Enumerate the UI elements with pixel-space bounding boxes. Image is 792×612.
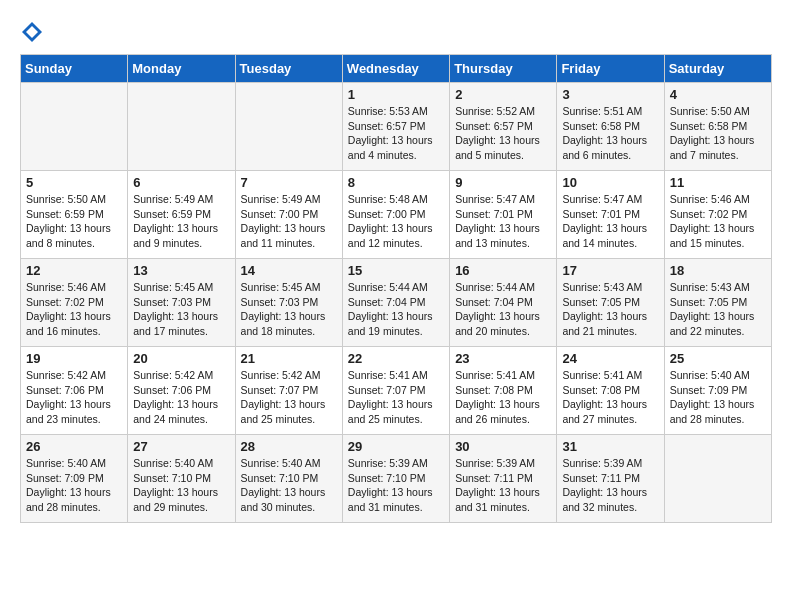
calendar-cell: 31Sunrise: 5:39 AMSunset: 7:11 PMDayligh… [557, 435, 664, 523]
day-number: 12 [26, 263, 122, 278]
day-number: 26 [26, 439, 122, 454]
calendar-week-2: 5Sunrise: 5:50 AMSunset: 6:59 PMDaylight… [21, 171, 772, 259]
calendar-cell: 22Sunrise: 5:41 AMSunset: 7:07 PMDayligh… [342, 347, 449, 435]
cell-sun-info: Sunrise: 5:49 AMSunset: 6:59 PMDaylight:… [133, 192, 229, 251]
cell-sun-info: Sunrise: 5:46 AMSunset: 7:02 PMDaylight:… [26, 280, 122, 339]
day-number: 27 [133, 439, 229, 454]
day-number: 21 [241, 351, 337, 366]
calendar-cell: 28Sunrise: 5:40 AMSunset: 7:10 PMDayligh… [235, 435, 342, 523]
header-sunday: Sunday [21, 55, 128, 83]
calendar-cell: 14Sunrise: 5:45 AMSunset: 7:03 PMDayligh… [235, 259, 342, 347]
calendar-cell: 25Sunrise: 5:40 AMSunset: 7:09 PMDayligh… [664, 347, 771, 435]
day-number: 5 [26, 175, 122, 190]
cell-sun-info: Sunrise: 5:42 AMSunset: 7:06 PMDaylight:… [26, 368, 122, 427]
calendar-cell: 17Sunrise: 5:43 AMSunset: 7:05 PMDayligh… [557, 259, 664, 347]
logo-icon [20, 20, 44, 44]
calendar-cell: 23Sunrise: 5:41 AMSunset: 7:08 PMDayligh… [450, 347, 557, 435]
calendar-cell: 1Sunrise: 5:53 AMSunset: 6:57 PMDaylight… [342, 83, 449, 171]
calendar-cell: 3Sunrise: 5:51 AMSunset: 6:58 PMDaylight… [557, 83, 664, 171]
cell-sun-info: Sunrise: 5:50 AMSunset: 6:59 PMDaylight:… [26, 192, 122, 251]
calendar-cell: 19Sunrise: 5:42 AMSunset: 7:06 PMDayligh… [21, 347, 128, 435]
day-number: 17 [562, 263, 658, 278]
day-number: 24 [562, 351, 658, 366]
calendar-cell: 10Sunrise: 5:47 AMSunset: 7:01 PMDayligh… [557, 171, 664, 259]
cell-sun-info: Sunrise: 5:39 AMSunset: 7:10 PMDaylight:… [348, 456, 444, 515]
calendar-cell: 29Sunrise: 5:39 AMSunset: 7:10 PMDayligh… [342, 435, 449, 523]
cell-sun-info: Sunrise: 5:52 AMSunset: 6:57 PMDaylight:… [455, 104, 551, 163]
day-number: 10 [562, 175, 658, 190]
cell-sun-info: Sunrise: 5:47 AMSunset: 7:01 PMDaylight:… [562, 192, 658, 251]
cell-sun-info: Sunrise: 5:42 AMSunset: 7:06 PMDaylight:… [133, 368, 229, 427]
cell-sun-info: Sunrise: 5:53 AMSunset: 6:57 PMDaylight:… [348, 104, 444, 163]
day-number: 14 [241, 263, 337, 278]
cell-sun-info: Sunrise: 5:39 AMSunset: 7:11 PMDaylight:… [562, 456, 658, 515]
cell-sun-info: Sunrise: 5:45 AMSunset: 7:03 PMDaylight:… [133, 280, 229, 339]
day-number: 1 [348, 87, 444, 102]
cell-sun-info: Sunrise: 5:50 AMSunset: 6:58 PMDaylight:… [670, 104, 766, 163]
calendar-cell: 26Sunrise: 5:40 AMSunset: 7:09 PMDayligh… [21, 435, 128, 523]
cell-sun-info: Sunrise: 5:48 AMSunset: 7:00 PMDaylight:… [348, 192, 444, 251]
day-number: 15 [348, 263, 444, 278]
header-tuesday: Tuesday [235, 55, 342, 83]
cell-sun-info: Sunrise: 5:51 AMSunset: 6:58 PMDaylight:… [562, 104, 658, 163]
cell-sun-info: Sunrise: 5:39 AMSunset: 7:11 PMDaylight:… [455, 456, 551, 515]
calendar-cell [21, 83, 128, 171]
header-friday: Friday [557, 55, 664, 83]
cell-sun-info: Sunrise: 5:47 AMSunset: 7:01 PMDaylight:… [455, 192, 551, 251]
header-wednesday: Wednesday [342, 55, 449, 83]
cell-sun-info: Sunrise: 5:40 AMSunset: 7:10 PMDaylight:… [133, 456, 229, 515]
day-number: 28 [241, 439, 337, 454]
calendar-cell: 27Sunrise: 5:40 AMSunset: 7:10 PMDayligh… [128, 435, 235, 523]
page-header [20, 20, 772, 44]
calendar-cell: 2Sunrise: 5:52 AMSunset: 6:57 PMDaylight… [450, 83, 557, 171]
day-number: 16 [455, 263, 551, 278]
day-number: 18 [670, 263, 766, 278]
calendar-cell [664, 435, 771, 523]
calendar-table: SundayMondayTuesdayWednesdayThursdayFrid… [20, 54, 772, 523]
header-thursday: Thursday [450, 55, 557, 83]
day-number: 4 [670, 87, 766, 102]
calendar-cell: 7Sunrise: 5:49 AMSunset: 7:00 PMDaylight… [235, 171, 342, 259]
calendar-cell: 11Sunrise: 5:46 AMSunset: 7:02 PMDayligh… [664, 171, 771, 259]
header-monday: Monday [128, 55, 235, 83]
calendar-cell: 21Sunrise: 5:42 AMSunset: 7:07 PMDayligh… [235, 347, 342, 435]
calendar-cell: 15Sunrise: 5:44 AMSunset: 7:04 PMDayligh… [342, 259, 449, 347]
cell-sun-info: Sunrise: 5:44 AMSunset: 7:04 PMDaylight:… [455, 280, 551, 339]
logo [20, 20, 48, 44]
cell-sun-info: Sunrise: 5:46 AMSunset: 7:02 PMDaylight:… [670, 192, 766, 251]
calendar-week-1: 1Sunrise: 5:53 AMSunset: 6:57 PMDaylight… [21, 83, 772, 171]
day-number: 6 [133, 175, 229, 190]
calendar-cell: 18Sunrise: 5:43 AMSunset: 7:05 PMDayligh… [664, 259, 771, 347]
day-number: 25 [670, 351, 766, 366]
day-number: 31 [562, 439, 658, 454]
cell-sun-info: Sunrise: 5:41 AMSunset: 7:08 PMDaylight:… [562, 368, 658, 427]
day-number: 30 [455, 439, 551, 454]
day-number: 29 [348, 439, 444, 454]
cell-sun-info: Sunrise: 5:45 AMSunset: 7:03 PMDaylight:… [241, 280, 337, 339]
cell-sun-info: Sunrise: 5:42 AMSunset: 7:07 PMDaylight:… [241, 368, 337, 427]
day-number: 2 [455, 87, 551, 102]
calendar-cell [128, 83, 235, 171]
calendar-cell: 16Sunrise: 5:44 AMSunset: 7:04 PMDayligh… [450, 259, 557, 347]
header-saturday: Saturday [664, 55, 771, 83]
calendar-week-4: 19Sunrise: 5:42 AMSunset: 7:06 PMDayligh… [21, 347, 772, 435]
calendar-cell: 9Sunrise: 5:47 AMSunset: 7:01 PMDaylight… [450, 171, 557, 259]
cell-sun-info: Sunrise: 5:40 AMSunset: 7:09 PMDaylight:… [26, 456, 122, 515]
day-number: 22 [348, 351, 444, 366]
calendar-cell: 4Sunrise: 5:50 AMSunset: 6:58 PMDaylight… [664, 83, 771, 171]
calendar-cell: 8Sunrise: 5:48 AMSunset: 7:00 PMDaylight… [342, 171, 449, 259]
day-number: 7 [241, 175, 337, 190]
day-number: 9 [455, 175, 551, 190]
calendar-cell: 6Sunrise: 5:49 AMSunset: 6:59 PMDaylight… [128, 171, 235, 259]
calendar-cell: 12Sunrise: 5:46 AMSunset: 7:02 PMDayligh… [21, 259, 128, 347]
day-number: 8 [348, 175, 444, 190]
calendar-week-3: 12Sunrise: 5:46 AMSunset: 7:02 PMDayligh… [21, 259, 772, 347]
calendar-cell: 24Sunrise: 5:41 AMSunset: 7:08 PMDayligh… [557, 347, 664, 435]
calendar-cell: 5Sunrise: 5:50 AMSunset: 6:59 PMDaylight… [21, 171, 128, 259]
cell-sun-info: Sunrise: 5:40 AMSunset: 7:09 PMDaylight:… [670, 368, 766, 427]
day-number: 20 [133, 351, 229, 366]
day-number: 13 [133, 263, 229, 278]
cell-sun-info: Sunrise: 5:44 AMSunset: 7:04 PMDaylight:… [348, 280, 444, 339]
calendar-cell: 30Sunrise: 5:39 AMSunset: 7:11 PMDayligh… [450, 435, 557, 523]
calendar-week-5: 26Sunrise: 5:40 AMSunset: 7:09 PMDayligh… [21, 435, 772, 523]
